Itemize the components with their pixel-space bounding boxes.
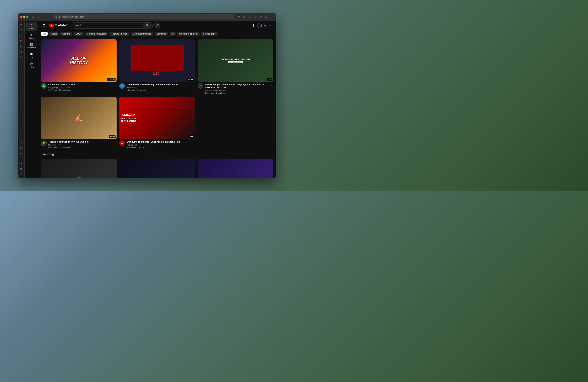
sidebar-item-history[interactable]: ◷ History — [25, 60, 38, 69]
menu-button[interactable]: ☰ — [41, 22, 47, 29]
youtube-header: ☰ YouTubeAU 🔍 🎤 ⋮ 👤 Sign in — [38, 21, 276, 30]
chip-cpus[interactable]: CPUs — [74, 32, 84, 36]
forward-button[interactable]: → — [47, 15, 51, 19]
browser-settings-button[interactable]: ⚙ — [264, 15, 268, 19]
video-meta-4: Testing If You Can Blow Your Own Sail Ma… — [48, 140, 111, 148]
video-stats-5: 3.3M views • 1 day ago — [126, 146, 190, 148]
shorts-icon: ▷ — [30, 33, 33, 37]
chip-gaming-computers[interactable]: Gaming computers — [85, 32, 108, 36]
browser-sidebar-icon-github2[interactable]: ◎ — [19, 146, 23, 150]
youtube-logo[interactable]: YouTubeAU — [49, 24, 68, 27]
video-grid: ALL OFHISTORY 1:03:31 K 4.5 Billion Year… — [41, 39, 273, 148]
split-view-button[interactable]: ⊞ — [242, 15, 246, 19]
sidebar-item-shorts-label: Shorts — [29, 37, 34, 39]
youtube-logo-text: YouTubeAU — [55, 24, 68, 27]
chip-samsung[interactable]: Samsung — [155, 32, 168, 36]
video-duration-2: 25:22 — [188, 78, 194, 81]
minimize-button[interactable] — [23, 16, 25, 18]
chip-web-development[interactable]: Web Development — [177, 32, 200, 36]
verified-icon-4: ✓ — [59, 144, 60, 146]
trending-card-2[interactable] — [119, 159, 195, 178]
sidebar-item-shorts[interactable]: ▷ Shorts — [25, 31, 38, 40]
trending-title: Trending — [41, 153, 273, 157]
chip-source-code[interactable]: Source code — [201, 32, 218, 36]
sidebar-item-home-label: Home — [29, 28, 34, 29]
video-duration-3: 7:35 — [267, 78, 272, 81]
video-meta-3: How Duolingo Turned a Free Language App … — [205, 83, 268, 94]
close-button[interactable] — [20, 16, 22, 18]
more-options-button[interactable]: ⋮ — [251, 23, 256, 28]
translate-button[interactable]: ⇄ — [237, 15, 241, 19]
browser-sidebar-icon-settings[interactable]: ⚙ — [19, 172, 23, 177]
sidebar-toggle-button[interactable]: ☰ — [31, 15, 35, 19]
video-thumbnail-1: ALL OFHISTORY 1:03:31 — [41, 39, 117, 82]
you-icon: ◉ — [30, 52, 33, 56]
trending-thumbnail-2 — [119, 159, 195, 178]
favorites-button[interactable]: ☆ — [248, 15, 252, 19]
video-card-4[interactable]: ⛵ 17:07 💡 Testing If You Can Blow Your O… — [41, 97, 117, 148]
chip-ai[interactable]: AI — [169, 32, 176, 36]
url-display: https://www.youtube.com — [62, 16, 84, 18]
video-channel-5: FORMULA 1 ✓ — [126, 144, 190, 146]
search-input[interactable] — [71, 22, 143, 29]
video-menu-button-5[interactable]: ⋮ — [191, 140, 195, 144]
youtube-sidebar: ⌂ Home ▷ Shorts ▦ Subscriptions ◉ You ◷ … — [25, 21, 38, 178]
video-card-3[interactable]: HOW DUOLINGO KEEPS YOU HOOKED WSJ The Ec… — [198, 39, 273, 94]
browser-sidebar-icon-outlook[interactable]: ✉ — [19, 33, 23, 38]
video-duration-5: 7:11 — [189, 135, 194, 138]
trending-card-3[interactable] — [198, 159, 273, 178]
channel-avatar-4: 💡 — [41, 140, 47, 146]
chip-computer-mouses[interactable]: Computer mouses — [131, 32, 153, 36]
video-card-1[interactable]: ALL OFHISTORY 1:03:31 K 4.5 Billion Year… — [41, 39, 117, 94]
sign-in-button[interactable]: 👤 Sign in — [257, 23, 273, 28]
video-menu-button-1[interactable]: ⋮ — [113, 83, 117, 87]
chip-apple[interactable]: Apple — [49, 32, 59, 36]
maximize-button[interactable] — [26, 16, 28, 18]
verified-icon-3: ✓ — [225, 90, 227, 91]
video-channel-2: Veritasium ✓ — [126, 87, 190, 89]
user-circle-icon: 👤 — [260, 24, 263, 27]
back-button[interactable]: ← — [42, 15, 45, 19]
address-bar[interactable]: 🔒 ⚡ https://www.youtube.com — [53, 14, 234, 19]
browser-sidebar-icon-edge[interactable]: ◈ — [19, 27, 23, 32]
video-stats-4: 40M views • 6 months ago — [48, 146, 111, 148]
youtube-main: ☰ YouTubeAU 🔍 🎤 ⋮ 👤 Sign in — [38, 21, 276, 178]
video-thumbnail-3: HOW DUOLINGO KEEPS YOU HOOKED WSJ The Ec… — [198, 39, 273, 82]
refresh-button[interactable]: ↻ — [36, 15, 41, 19]
browser-sidebar-icon-sidebar[interactable]: ⊞ — [19, 22, 23, 26]
browser-sidebar-icon-sparkle[interactable]: ✦ — [19, 161, 23, 166]
filter-bar: All Apple Gaming CPUs Gaming computers F… — [38, 30, 276, 37]
verified-icon-2: ✓ — [136, 87, 137, 89]
chip-all[interactable]: All — [41, 32, 48, 36]
video-meta-2: The Fastest Maze-Solving Competition On … — [126, 83, 190, 91]
trending-section: Trending ▶ — [41, 153, 273, 178]
voice-search-button[interactable]: 🎤 — [154, 22, 160, 29]
trending-card-1[interactable]: ▶ — [41, 159, 117, 178]
search-button[interactable]: 🔍 — [143, 22, 153, 29]
sidebar-item-home[interactable]: ⌂ Home — [25, 22, 38, 31]
browser-sidebar-icon-shield[interactable]: 🛡 — [19, 55, 23, 59]
browser-sidebar-icon-extension[interactable]: ⊕ — [19, 151, 23, 156]
browser-sidebar-icon-gmail[interactable]: M — [19, 38, 23, 43]
video-menu-button-2[interactable]: ⋮ — [191, 83, 195, 87]
sidebar-item-subscriptions[interactable]: ▦ Subscriptions — [25, 41, 38, 50]
video-menu-button-3[interactable]: ⋮ — [270, 83, 273, 87]
extensions-button[interactable]: ⊕ — [259, 15, 263, 19]
browser-sidebar-icon-github[interactable]: ◉ — [19, 49, 23, 54]
video-menu-button-4[interactable]: ⋮ — [113, 140, 117, 144]
chip-feature-phones[interactable]: Feature Phones — [109, 32, 129, 36]
video-card-2[interactable]: ▣▣▣ 3.59s 25:22 Ve The Fastest Maze-Solv… — [119, 39, 195, 94]
header-right-controls: ⋮ 👤 Sign in — [251, 23, 273, 28]
browser-menu-button[interactable]: ⋯ — [270, 15, 274, 19]
video-card-5[interactable]: AZERBAIJAN QUALIFYINGHIGHLIGHTS 7:11 F1 … — [119, 97, 195, 148]
download-button[interactable]: ↓ — [253, 15, 257, 19]
sidebar-item-you[interactable]: ◉ You — [25, 51, 38, 60]
video-title-1: 4.5 Billion Years in 1 Hour — [48, 83, 111, 86]
browser-sidebar-icon-google[interactable]: G — [19, 44, 23, 48]
traffic-lights — [20, 16, 28, 18]
video-info-5: F1 Qualifying Highlights | 2024 Azerbaij… — [119, 140, 195, 148]
browser-sidebar-icon-screen[interactable]: ▦ — [19, 167, 23, 171]
sidebar-item-you-label: You — [30, 57, 33, 58]
chip-gaming[interactable]: Gaming — [60, 32, 72, 36]
browser-sidebar-icon-cloud[interactable]: ☁ — [19, 140, 23, 145]
